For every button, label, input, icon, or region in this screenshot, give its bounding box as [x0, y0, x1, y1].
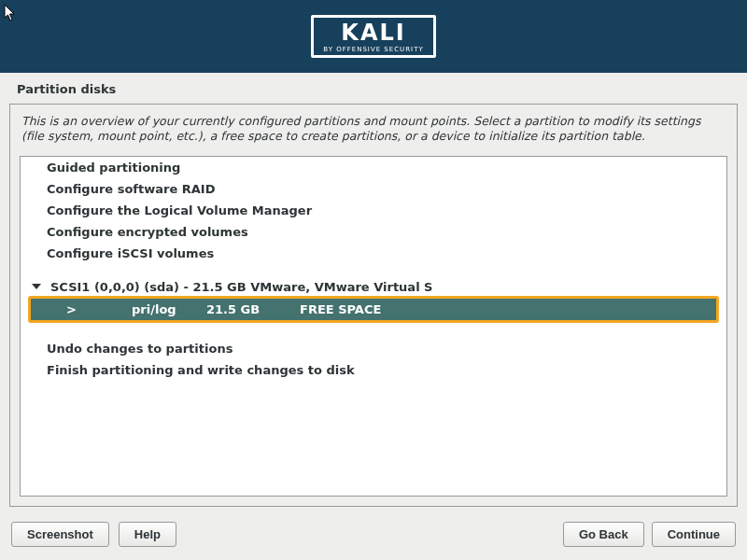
menu-configure-iscsi[interactable]: Configure iSCSI volumes — [21, 243, 726, 264]
content-panel: This is an overview of your currently co… — [9, 104, 738, 507]
partition-marker: > — [66, 302, 132, 316]
screenshot-button[interactable]: Screenshot — [11, 522, 109, 547]
menu-configure-encrypted[interactable]: Configure encrypted volumes — [21, 221, 726, 243]
menu-finish-partitioning[interactable]: Finish partitioning and write changes to… — [21, 359, 726, 381]
menu-configure-raid[interactable]: Configure software RAID — [21, 178, 726, 200]
logo-subtitle: BY OFFENSIVE SECURITY — [323, 46, 423, 53]
partition-free-space[interactable]: > pri/log 21.5 GB FREE SPACE — [31, 299, 716, 320]
partition-list: Guided partitioning Configure software R… — [20, 156, 727, 497]
menu-configure-lvm[interactable]: Configure the Logical Volume Manager — [21, 200, 726, 221]
partition-size: 21.5 GB — [206, 302, 300, 316]
spacer — [21, 325, 726, 338]
spacer — [21, 264, 726, 277]
highlight-annotation: > pri/log 21.5 GB FREE SPACE — [28, 296, 719, 323]
go-back-button[interactable]: Go Back — [563, 522, 644, 547]
button-bar: Screenshot Help Go Back Continue — [0, 511, 747, 560]
disk-label: SCSI1 (0,0,0) (sda) - 21.5 GB VMware, VM… — [50, 280, 432, 294]
expand-triangle-icon — [32, 284, 41, 289]
continue-button[interactable]: Continue — [652, 522, 736, 547]
partition-type: pri/log — [132, 302, 206, 316]
page-title: Partition disks — [0, 73, 747, 104]
kali-logo: KALI BY OFFENSIVE SECURITY — [311, 15, 435, 58]
instruction-text: This is an overview of your currently co… — [10, 105, 737, 152]
header-banner: KALI BY OFFENSIVE SECURITY — [0, 0, 747, 73]
menu-guided-partitioning[interactable]: Guided partitioning — [21, 157, 726, 178]
menu-undo-changes[interactable]: Undo changes to partitions — [21, 338, 726, 359]
disk-row[interactable]: SCSI1 (0,0,0) (sda) - 21.5 GB VMware, VM… — [21, 277, 726, 294]
logo-text: KALI — [323, 21, 423, 44]
help-button[interactable]: Help — [119, 522, 176, 547]
partition-label: FREE SPACE — [300, 302, 381, 316]
